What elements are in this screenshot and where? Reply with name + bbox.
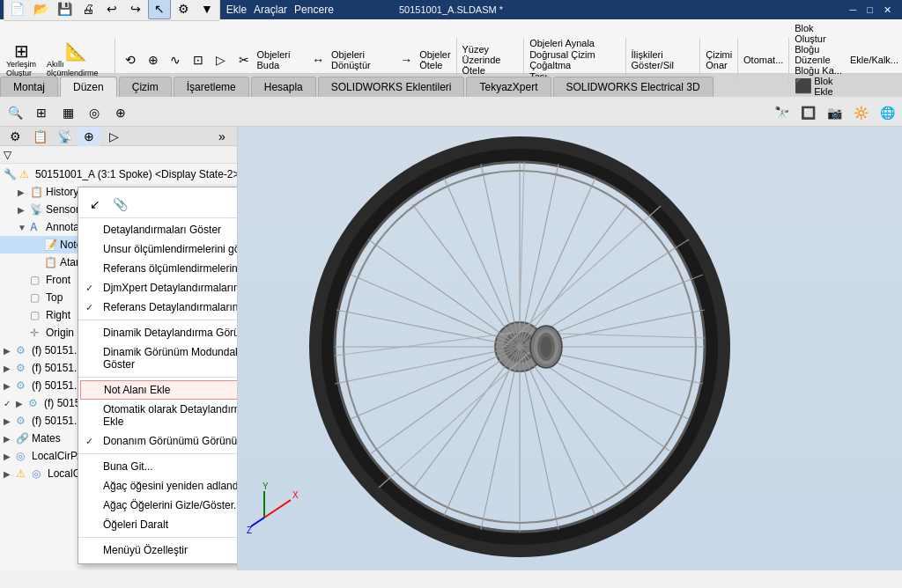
panel-icon3[interactable]: 📡 xyxy=(53,127,76,147)
ctx-otomatik-ekle[interactable]: Otomatik olarak Detaylandırma Görünümüne… xyxy=(78,400,238,431)
obje-donustur[interactable]: ↔ xyxy=(308,49,328,70)
secondary-toolbar: 🔍 ⊞ ▦ ◎ ⊕ 🔭 🔲 📷 🔆 🌐 xyxy=(0,99,902,127)
panel-icon2[interactable]: 📋 xyxy=(28,127,51,147)
tool3[interactable]: ∿ xyxy=(166,49,186,70)
panel-icon5[interactable]: ▷ xyxy=(102,127,125,147)
svg-line-25 xyxy=(444,347,520,516)
part1-label: (f) 50151... xyxy=(32,344,83,356)
expand-history[interactable]: ▶ xyxy=(18,187,30,197)
ctx-agac-adlandir[interactable]: Ağaç öğesini yeniden adlandır xyxy=(78,476,238,496)
tab-sw-eklentileri[interactable]: SOLIDWORKS Eklentileri xyxy=(318,77,465,97)
svg-line-35 xyxy=(444,178,520,347)
view-btn3[interactable]: ◎ xyxy=(83,102,106,123)
ctx-icon-clip[interactable]: 📎 xyxy=(110,195,129,214)
ctx-icon-arrow[interactable]: ↙ xyxy=(85,195,105,214)
svg-line-32 xyxy=(351,275,520,347)
tab-isaretleme[interactable]: İşaretleme xyxy=(174,77,249,97)
svg-line-40 xyxy=(379,347,536,488)
ctx-label-8: Not Alanı Ekle xyxy=(104,384,170,396)
ctx-unsur-olcum[interactable]: Unsur ölçümlendirmelerini göster xyxy=(78,239,238,259)
expand-sensors[interactable]: ▶ xyxy=(18,205,30,215)
expand-part3[interactable]: ▶ xyxy=(4,381,16,391)
panel-header: ⚙ 📋 📡 ⊕ ▷ » xyxy=(0,127,237,146)
blok-ekle-row: ⬛ Blok Ekle xyxy=(795,76,847,97)
cizimi-label: ÇizimiOnar xyxy=(706,49,732,70)
redo-button[interactable]: ↪ xyxy=(124,0,147,19)
olcumlendirme-button[interactable]: 📐 Akıllı ölçümlendirme xyxy=(42,40,109,80)
ctx-referans-olcum[interactable]: Referans ölçümlendirmelerini göster xyxy=(78,259,238,278)
view-btn4[interactable]: ⊕ xyxy=(109,102,132,123)
ctx-sep-4 xyxy=(78,537,238,538)
expand-annotations[interactable]: ▼ xyxy=(18,223,30,232)
expand-part5[interactable]: ▶ xyxy=(4,416,16,426)
view-3d-btn4[interactable]: 🔆 xyxy=(849,102,872,123)
print-button[interactable]: 🖨 xyxy=(77,0,100,19)
toolbar-sep-6 xyxy=(737,38,738,82)
filter-icon: ▽ xyxy=(4,149,11,161)
ctx-menu-ozellestir[interactable]: Menüyü Özelleştir xyxy=(78,540,238,560)
obje-buda[interactable]: ✂ xyxy=(234,49,254,70)
view-3d-btn2[interactable]: 🔲 xyxy=(796,102,819,123)
panel-icon1[interactable]: ⚙ xyxy=(4,127,26,147)
ctx-referans-detay[interactable]: ✓ Referans Detaylandırmalarını Göster xyxy=(78,298,238,317)
ctx-label-13: Ağaç Öğelerini Gizle/Göster... xyxy=(103,499,238,511)
tree-root[interactable]: 🔧 ⚠ 50151001_A (3:1 Spoke) <Display Stat… xyxy=(0,165,237,183)
expand-part1[interactable]: ▶ xyxy=(4,346,16,356)
view-3d-btn5[interactable]: 🌐 xyxy=(876,102,898,123)
obje-otle[interactable]: → xyxy=(396,49,416,70)
search-icon[interactable]: 🔍 xyxy=(4,102,26,123)
tab-montaj[interactable]: Montaj xyxy=(0,77,58,97)
open-button[interactable]: 📂 xyxy=(29,0,52,19)
view-btn2[interactable]: ▦ xyxy=(56,102,79,123)
ctx-detaylandirmalari-goster[interactable]: Detaylandırmaları Göster xyxy=(78,220,238,239)
svg-line-27 xyxy=(370,347,520,454)
tool5[interactable]: ▷ xyxy=(211,49,231,70)
check-djm: ✓ xyxy=(85,283,93,294)
ctx-ogeleri-daralt[interactable]: Öğeleri Daralt xyxy=(78,515,238,534)
svg-text:Y: Y xyxy=(262,482,269,491)
undo-button[interactable]: ↩ xyxy=(100,0,123,19)
expand-part4[interactable]: ▶ xyxy=(16,399,28,408)
yerlesim-button[interactable]: ⊞ YerleşimOluştur xyxy=(4,40,39,80)
tool2[interactable]: ⊕ xyxy=(144,49,163,70)
blok-group: Blok Oluştur Bloğu Düzenle Bloğu Ka... ⬛… xyxy=(795,23,847,97)
new-button[interactable]: 📄 xyxy=(5,0,28,19)
expand-part2[interactable]: ▶ xyxy=(4,364,16,373)
blok-duzenle-label: Bloğu Düzenle xyxy=(795,44,847,65)
settings-button[interactable]: ⚙ xyxy=(172,0,195,19)
ctx-buna-git[interactable]: Buna Git... xyxy=(78,457,238,476)
ctx-dinamik-detay[interactable]: Dinamik Detaylandırma Görünümleri xyxy=(78,323,238,342)
ctx-label-14: Öğeleri Daralt xyxy=(103,518,168,531)
tool4[interactable]: ⊡ xyxy=(189,49,208,70)
expand-localcir1[interactable]: ▶ xyxy=(4,452,16,461)
tab-cizim[interactable]: Çizim xyxy=(119,77,172,97)
panel-icon4[interactable]: ⊕ xyxy=(78,127,100,147)
tab-sw-electrical[interactable]: SOLIDWORKS Electrical 3D xyxy=(553,77,713,97)
tool1[interactable]: ⟲ xyxy=(121,49,140,70)
ctx-donanim-gorunum[interactable]: ✓ Donanım Görünümü Görünürlüğünü Etkinle… xyxy=(78,431,238,451)
view-3d-btn1[interactable]: 🔭 xyxy=(770,102,793,123)
viewport[interactable]: X Y Z xyxy=(238,127,902,570)
expand-localcir2[interactable]: ▶ xyxy=(4,469,16,479)
view-btn1[interactable]: ⊞ xyxy=(30,102,53,123)
save-button[interactable]: 💾 xyxy=(53,0,76,19)
expand-mates[interactable]: ▶ xyxy=(4,434,16,444)
tab-hesapla[interactable]: Hesapla xyxy=(251,77,316,97)
context-menu-header: ↙ 📎 xyxy=(78,191,238,218)
ctx-agac-gizle[interactable]: Ağaç Öğelerini Gizle/Göster... xyxy=(78,496,238,515)
panel-expand-icon[interactable]: » xyxy=(211,127,233,147)
tab-tekyaz[interactable]: TekyazXpert xyxy=(466,77,551,97)
cursor-button[interactable]: ↖ xyxy=(148,0,171,19)
ctx-dinamik-tum[interactable]: Dinamik Görünüm Modundaki Tüm Görünümler… xyxy=(78,342,238,374)
more-button[interactable]: ▼ xyxy=(196,0,218,19)
ctx-label-3: Referans ölçümlendirmelerini göster xyxy=(103,262,238,275)
tab-duzen[interactable]: Düzen xyxy=(60,77,117,97)
obje-ayna-label: Objeleri Aynala xyxy=(529,38,620,48)
view-3d-btn3[interactable]: 📷 xyxy=(823,102,846,123)
obje-otle-label: ObjelerÖtele xyxy=(419,49,450,70)
history-label: History xyxy=(46,186,78,198)
ctx-not-alani-ekle[interactable]: Not Alanı Ekle xyxy=(80,380,238,400)
toolbar-sep-3 xyxy=(523,38,524,82)
ctx-djm-xpert[interactable]: ✓ DjmXpert Detaylandırmalarını Göster xyxy=(78,278,238,298)
localcir2-icon: ◎ xyxy=(32,467,46,480)
